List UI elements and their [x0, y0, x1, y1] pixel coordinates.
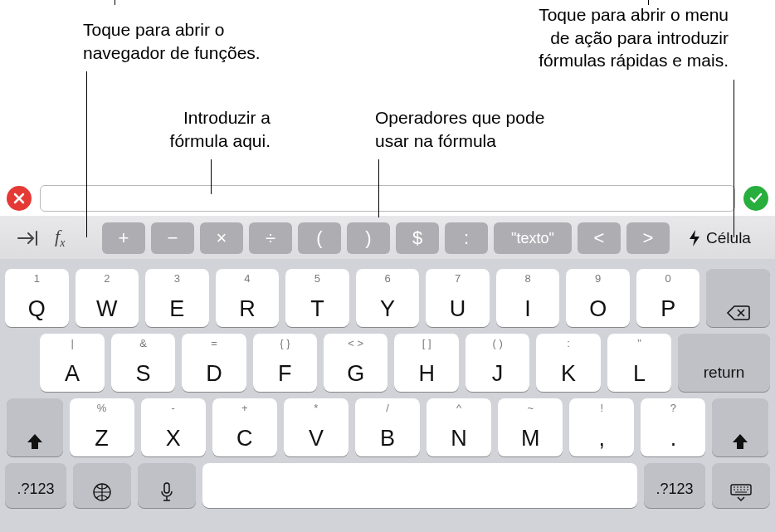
keyboard-row-1: |A &S =D { }F < >G [ ]H ( )J :K "L retur…: [5, 334, 770, 392]
operator-divide[interactable]: ÷: [249, 222, 292, 254]
key-symbols-right[interactable]: .?123: [644, 463, 705, 508]
keyboard-row-2: %Z -X +C *V /B ^N ~M !, ?.: [5, 398, 770, 456]
keyboard-row-0: 1Q 2W 3E 4R 5T 6Y 7U 8I 9O 0P: [5, 269, 770, 327]
key-e[interactable]: 3E: [145, 269, 209, 327]
key-shift-right[interactable]: [712, 398, 768, 456]
callout-fx: Toque para abrir onavegador de funções.: [83, 18, 299, 64]
key-v[interactable]: *V: [284, 398, 349, 456]
key-w[interactable]: 2W: [76, 269, 139, 327]
check-icon: [749, 193, 763, 204]
key-backspace[interactable]: [706, 269, 770, 327]
key-a[interactable]: |A: [40, 334, 104, 392]
key-shift-left[interactable]: [7, 398, 63, 456]
key-period[interactable]: ?.: [641, 398, 705, 456]
keyboard: 1Q 2W 3E 4R 5T 6Y 7U 8I 9O 0P |A &S =D {…: [0, 259, 775, 532]
fx-button[interactable]: fx: [55, 226, 96, 250]
key-c[interactable]: +C: [212, 398, 277, 456]
mic-icon: [158, 481, 175, 503]
formula-bar: [0, 181, 775, 216]
callout-cell-line: [734, 80, 734, 237]
operator-minus[interactable]: −: [151, 222, 194, 254]
key-s[interactable]: &S: [111, 334, 175, 392]
key-comma[interactable]: !,: [569, 398, 634, 456]
key-f[interactable]: { }F: [253, 334, 317, 392]
keyboard-row-3: .?123 .?123: [5, 463, 770, 508]
key-x[interactable]: -X: [141, 398, 206, 456]
operator-toolbar: fx + − × ÷ ( ) $ : "texto" < > Célula: [0, 216, 775, 259]
operators-bracket: [115, 0, 649, 5]
key-d[interactable]: =D: [182, 334, 246, 392]
lightning-icon: [688, 229, 701, 247]
callout-operators-line: [378, 159, 379, 217]
key-l[interactable]: "L: [607, 334, 671, 392]
annotation-area: Toque para abrir onavegador de funções. …: [0, 0, 775, 181]
key-return[interactable]: return: [678, 334, 770, 392]
keyboard-dismiss-icon: [729, 483, 753, 503]
callout-operators: Operadores que podeusar na fórmula: [375, 106, 591, 152]
tab-icon: [17, 229, 40, 247]
key-k[interactable]: :K: [536, 334, 600, 392]
key-y[interactable]: 6Y: [356, 269, 420, 327]
cell-menu-label: Célula: [706, 229, 751, 247]
key-i[interactable]: 8I: [496, 269, 560, 327]
key-m[interactable]: ~M: [498, 398, 563, 456]
callout-cell: Toque para abrir o menude ação para intr…: [480, 3, 729, 72]
operator-lt[interactable]: <: [578, 222, 621, 254]
key-b[interactable]: /B: [355, 398, 420, 456]
key-o[interactable]: 9O: [566, 269, 630, 327]
key-globe[interactable]: [73, 463, 131, 508]
callout-input: Introduzir afórmula aqui.: [133, 106, 271, 152]
operator-dollar[interactable]: $: [396, 222, 439, 254]
key-p[interactable]: 0P: [636, 269, 700, 327]
svg-rect-1: [164, 483, 169, 493]
backspace-icon: [726, 304, 751, 322]
cancel-button[interactable]: [7, 186, 32, 211]
operator-text[interactable]: "texto": [494, 222, 572, 254]
operator-plus[interactable]: +: [102, 222, 145, 254]
key-t[interactable]: 5T: [285, 269, 349, 327]
key-symbols-left[interactable]: .?123: [5, 463, 66, 508]
key-u[interactable]: 7U: [426, 269, 490, 327]
operator-rparen[interactable]: ): [347, 222, 390, 254]
tab-button[interactable]: [7, 222, 49, 254]
key-r[interactable]: 4R: [216, 269, 280, 327]
close-icon: [13, 193, 25, 204]
callout-input-line: [211, 159, 212, 194]
operator-times[interactable]: ×: [200, 222, 243, 254]
cell-menu-button[interactable]: Célula: [675, 222, 763, 254]
key-j[interactable]: ( )J: [465, 334, 529, 392]
confirm-button[interactable]: [743, 186, 768, 211]
key-z[interactable]: %Z: [70, 398, 134, 456]
shift-icon: [25, 432, 45, 451]
key-g[interactable]: < >G: [324, 334, 388, 392]
key-q[interactable]: 1Q: [5, 269, 69, 327]
shift-icon: [730, 432, 750, 451]
key-h[interactable]: [ ]H: [394, 334, 458, 392]
formula-input[interactable]: [40, 185, 735, 212]
key-n[interactable]: ^N: [426, 398, 491, 456]
operator-colon[interactable]: :: [445, 222, 488, 254]
fx-label: fx: [55, 226, 65, 246]
globe-icon: [91, 481, 113, 503]
key-dictation[interactable]: [138, 463, 196, 508]
operator-gt[interactable]: >: [626, 222, 670, 254]
operator-lparen[interactable]: (: [298, 222, 341, 254]
callout-fx-line: [86, 71, 87, 237]
key-space[interactable]: [202, 463, 637, 508]
key-dismiss-keyboard[interactable]: [712, 463, 770, 508]
